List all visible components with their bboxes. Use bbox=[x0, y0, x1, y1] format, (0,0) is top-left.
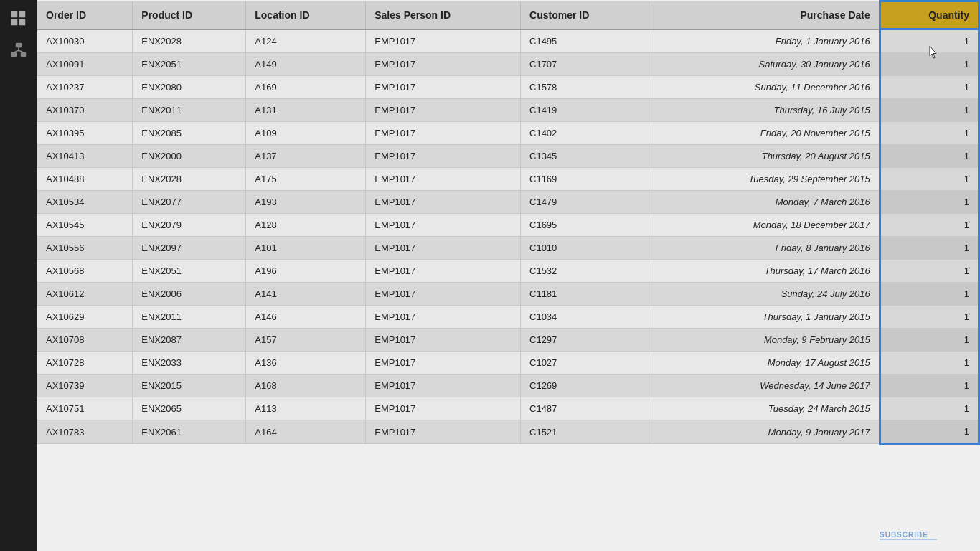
cell-quantity: 1 bbox=[880, 375, 979, 397]
cell-location_id: A146 bbox=[246, 306, 366, 329]
cell-purchase_date: Tuesday, 29 September 2015 bbox=[649, 168, 880, 191]
table-row: AX10568ENX2051A196EMP1017C1532Thursday, … bbox=[37, 260, 979, 283]
table-row: AX10545ENX2079A128EMP1017C1695Monday, 18… bbox=[37, 214, 979, 237]
sidebar-icon-table[interactable] bbox=[6, 6, 32, 32]
table-row: AX10413ENX2000A137EMP1017C1345Thursday, … bbox=[37, 145, 979, 168]
cell-sales_person_id: EMP1017 bbox=[366, 375, 521, 397]
cell-location_id: A196 bbox=[246, 260, 366, 283]
table-wrapper[interactable]: Order ID Product ID Location ID Sales Pe… bbox=[37, 0, 980, 551]
cell-product_id: ENX2033 bbox=[133, 352, 246, 375]
cell-purchase_date: Sunday, 24 July 2016 bbox=[649, 283, 880, 306]
cell-product_id: ENX2097 bbox=[133, 237, 246, 260]
cell-product_id: ENX2015 bbox=[133, 375, 246, 397]
cell-location_id: A131 bbox=[246, 99, 366, 122]
cell-product_id: ENX2077 bbox=[133, 191, 246, 214]
cell-purchase_date: Monday, 18 December 2017 bbox=[649, 214, 880, 237]
cell-quantity: 1 bbox=[880, 99, 979, 122]
cell-order_id: AX10612 bbox=[37, 283, 133, 306]
cell-customer_id: C1532 bbox=[521, 260, 649, 283]
cell-customer_id: C1495 bbox=[521, 29, 649, 53]
cell-quantity: 1 bbox=[880, 306, 979, 329]
cell-product_id: ENX2028 bbox=[133, 29, 246, 53]
data-table: Order ID Product ID Location ID Sales Pe… bbox=[37, 0, 980, 445]
cell-product_id: ENX2061 bbox=[133, 420, 246, 444]
cell-customer_id: C1419 bbox=[521, 99, 649, 122]
cell-product_id: ENX2079 bbox=[133, 214, 246, 237]
sidebar-icon-network[interactable] bbox=[6, 37, 32, 63]
table-row: AX10370ENX2011A131EMP1017C1419Thursday, … bbox=[37, 99, 979, 122]
cell-sales_person_id: EMP1017 bbox=[366, 214, 521, 237]
cell-customer_id: C1695 bbox=[521, 214, 649, 237]
cell-purchase_date: Friday, 20 November 2015 bbox=[649, 122, 880, 145]
table-row: AX10783ENX2061A164EMP1017C1521Monday, 9 … bbox=[37, 420, 979, 444]
svg-rect-6 bbox=[21, 52, 26, 57]
col-header-purchase-date[interactable]: Purchase Date bbox=[649, 1, 880, 29]
cell-quantity: 1 bbox=[880, 191, 979, 214]
cell-customer_id: C1345 bbox=[521, 145, 649, 168]
cell-order_id: AX10556 bbox=[37, 237, 133, 260]
cell-quantity: 1 bbox=[880, 237, 979, 260]
cell-sales_person_id: EMP1017 bbox=[366, 260, 521, 283]
table-row: AX10728ENX2033A136EMP1017C1027Monday, 17… bbox=[37, 352, 979, 375]
col-header-order-id[interactable]: Order ID bbox=[37, 1, 133, 29]
cell-customer_id: C1269 bbox=[521, 375, 649, 397]
cell-location_id: A136 bbox=[246, 352, 366, 375]
cell-customer_id: C1034 bbox=[521, 306, 649, 329]
cell-customer_id: C1578 bbox=[521, 76, 649, 99]
cell-purchase_date: Wednesday, 14 June 2017 bbox=[649, 375, 880, 397]
cell-customer_id: C1181 bbox=[521, 283, 649, 306]
svg-rect-1 bbox=[19, 11, 25, 17]
cell-quantity: 1 bbox=[880, 76, 979, 99]
table-row: AX10751ENX2065A113EMP1017C1487Tuesday, 2… bbox=[37, 397, 979, 420]
cell-order_id: AX10708 bbox=[37, 329, 133, 352]
col-header-location-id[interactable]: Location ID bbox=[246, 1, 366, 29]
cell-order_id: AX10370 bbox=[37, 99, 133, 122]
cell-quantity: 1 bbox=[880, 260, 979, 283]
table-header-row: Order ID Product ID Location ID Sales Pe… bbox=[37, 1, 979, 29]
cell-customer_id: C1027 bbox=[521, 352, 649, 375]
cell-sales_person_id: EMP1017 bbox=[366, 352, 521, 375]
col-header-customer-id[interactable]: Customer ID bbox=[521, 1, 649, 29]
cell-sales_person_id: EMP1017 bbox=[366, 420, 521, 444]
svg-rect-0 bbox=[11, 11, 17, 17]
cell-product_id: ENX2006 bbox=[133, 283, 246, 306]
cell-product_id: ENX2011 bbox=[133, 306, 246, 329]
cell-location_id: A169 bbox=[246, 76, 366, 99]
col-header-sales-person-id[interactable]: Sales Person ID bbox=[366, 1, 521, 29]
cell-customer_id: C1707 bbox=[521, 53, 649, 76]
cell-customer_id: C1402 bbox=[521, 122, 649, 145]
cell-product_id: ENX2051 bbox=[133, 53, 246, 76]
cell-location_id: A168 bbox=[246, 375, 366, 397]
svg-point-10 bbox=[18, 50, 20, 52]
cell-sales_person_id: EMP1017 bbox=[366, 168, 521, 191]
cell-purchase_date: Thursday, 20 August 2015 bbox=[649, 145, 880, 168]
cell-sales_person_id: EMP1017 bbox=[366, 329, 521, 352]
cell-purchase_date: Friday, 1 January 2016 bbox=[649, 29, 880, 53]
cell-location_id: A101 bbox=[246, 237, 366, 260]
cell-sales_person_id: EMP1017 bbox=[366, 145, 521, 168]
col-header-quantity[interactable]: Quantity bbox=[880, 1, 979, 29]
cell-sales_person_id: EMP1017 bbox=[366, 76, 521, 99]
svg-rect-4 bbox=[16, 43, 22, 47]
cell-sales_person_id: EMP1017 bbox=[366, 306, 521, 329]
cell-order_id: AX10728 bbox=[37, 352, 133, 375]
cell-purchase_date: Monday, 17 August 2015 bbox=[649, 352, 880, 375]
svg-rect-3 bbox=[19, 19, 25, 25]
cell-quantity: 1 bbox=[880, 352, 979, 375]
cell-sales_person_id: EMP1017 bbox=[366, 122, 521, 145]
cell-quantity: 1 bbox=[880, 122, 979, 145]
cell-quantity: 1 bbox=[880, 145, 979, 168]
cell-sales_person_id: EMP1017 bbox=[366, 283, 521, 306]
cell-location_id: A175 bbox=[246, 168, 366, 191]
cell-location_id: A109 bbox=[246, 122, 366, 145]
table-body: AX10030ENX2028A124EMP1017C1495Friday, 1 … bbox=[37, 29, 979, 444]
cell-order_id: AX10030 bbox=[37, 29, 133, 53]
cell-product_id: ENX2000 bbox=[133, 145, 246, 168]
col-header-product-id[interactable]: Product ID bbox=[133, 1, 246, 29]
table-row: AX10629ENX2011A146EMP1017C1034Thursday, … bbox=[37, 306, 979, 329]
cell-customer_id: C1010 bbox=[521, 237, 649, 260]
cell-sales_person_id: EMP1017 bbox=[366, 99, 521, 122]
cell-product_id: ENX2065 bbox=[133, 397, 246, 420]
app-container: Order ID Product ID Location ID Sales Pe… bbox=[0, 0, 980, 551]
cell-order_id: AX10739 bbox=[37, 375, 133, 397]
